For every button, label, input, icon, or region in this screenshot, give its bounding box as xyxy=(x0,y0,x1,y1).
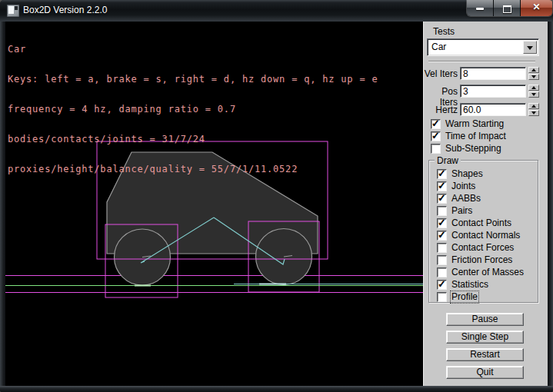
checkbox-label: Pairs xyxy=(451,206,472,216)
tests-dropdown[interactable]: Car xyxy=(427,38,539,56)
hertz-row: Hertz xyxy=(424,103,548,116)
checkbox-label: Contact Forces xyxy=(451,243,514,253)
spin-down-button[interactable] xyxy=(528,91,539,98)
checkbox-label: Profile xyxy=(451,292,478,302)
debug-statistics: Car Keys: left = a, brake = s, right = d… xyxy=(8,25,378,194)
spin-down-button[interactable] xyxy=(528,74,539,80)
hertz-stepper xyxy=(528,103,539,116)
checkbox-box: ✓ xyxy=(437,267,447,277)
pause-button[interactable]: Pause xyxy=(446,313,524,326)
vel-iters-row: Vel Iters xyxy=(424,67,548,80)
title-bar[interactable]: Box2D Version 2.2.0 ✕ xyxy=(0,0,553,22)
keys-help: Keys: left = a, brake = s, right = d, hz… xyxy=(8,75,378,85)
dropdown-button[interactable] xyxy=(523,41,537,54)
frequency-info: frequency = 4 hz, damping ratio = 0.7 xyxy=(8,105,378,115)
spin-up-button[interactable] xyxy=(528,103,539,109)
checkbox-label: Shapes xyxy=(451,169,483,179)
spin-down-button[interactable] xyxy=(528,110,539,116)
caption-buttons: ✕ xyxy=(467,0,552,16)
checkbox-box: ✓ xyxy=(431,119,441,129)
chevron-down-icon xyxy=(527,46,533,50)
vel-iters-label: Vel Iters xyxy=(424,68,458,79)
vel-iters-input[interactable] xyxy=(460,67,526,80)
separator xyxy=(428,61,535,62)
checkbox-label: Joints xyxy=(451,181,475,191)
tests-selected-value: Car xyxy=(431,42,446,52)
checkbox-box: ✓ xyxy=(437,280,447,290)
arrow-down-icon xyxy=(531,111,536,115)
hertz-label: Hertz xyxy=(424,105,458,115)
checkbox-box: ✓ xyxy=(437,292,447,302)
tests-label: Tests xyxy=(433,26,455,37)
maximize-icon xyxy=(503,5,511,13)
window-border-bottom xyxy=(0,386,553,392)
checkbox-label: Time of Impact xyxy=(445,131,506,141)
checkbox-box: ✓ xyxy=(437,231,447,241)
checkbox-box: ✓ xyxy=(437,206,447,216)
draw-group-label: Draw xyxy=(435,155,461,166)
draw-group: Draw ✓ Shapes ✓ Joints ✓ AABBs ✓ Pairs ✓… xyxy=(428,160,538,303)
checkbox-box: ✓ xyxy=(437,181,447,191)
app-window: Box2D Version 2.2.0 ✕ xyxy=(0,0,553,392)
close-icon: ✕ xyxy=(521,2,552,12)
minimize-button[interactable] xyxy=(467,0,494,16)
arrow-down-icon xyxy=(531,75,536,78)
checkbox-label: AABBs xyxy=(451,194,481,204)
spin-up-button[interactable] xyxy=(528,67,539,73)
checkbox-label: Contact Points xyxy=(451,218,511,228)
pos-iters-row: Pos Iters xyxy=(424,85,548,98)
pos-iters-stepper xyxy=(528,85,539,98)
close-button[interactable]: ✕ xyxy=(521,0,552,16)
checkbox-label: Friction Forces xyxy=(451,255,512,265)
checkbox-box: ✓ xyxy=(431,131,441,141)
minimize-icon xyxy=(476,8,484,10)
proxy-stats: proxies/height/balance/quality = 55/7/1/… xyxy=(8,164,378,174)
checkbox-box: ✓ xyxy=(437,194,447,204)
arrow-down-icon xyxy=(531,93,536,96)
arrow-up-icon xyxy=(531,105,536,108)
test-title: Car xyxy=(8,45,378,55)
single-step-button[interactable]: Single Step xyxy=(446,331,524,344)
checkbox-label: Warm Starting xyxy=(445,119,504,129)
checkbox-label: Center of Masses xyxy=(451,267,524,277)
vel-iters-stepper xyxy=(528,67,539,80)
spin-up-button[interactable] xyxy=(528,85,539,91)
maximize-button[interactable] xyxy=(494,0,521,16)
restart-button[interactable]: Restart xyxy=(446,348,524,361)
pos-iters-input[interactable] xyxy=(460,85,526,98)
arrow-up-icon xyxy=(531,86,536,89)
checkbox-box: ✓ xyxy=(437,218,447,228)
checkbox-label: Sub-Stepping xyxy=(445,144,501,154)
window-border-left xyxy=(0,22,5,386)
checkbox-box: ✓ xyxy=(437,169,447,179)
checkbox-box: ✓ xyxy=(437,243,447,253)
hertz-input[interactable] xyxy=(460,103,526,116)
checkbox-label: Contact Normals xyxy=(451,231,520,241)
checkbox-box: ✓ xyxy=(431,144,441,154)
arrow-up-icon xyxy=(531,68,536,71)
quit-button[interactable]: Quit xyxy=(446,366,524,379)
simulation-canvas[interactable]: Car Keys: left = a, brake = s, right = d… xyxy=(5,22,423,386)
body-counts: bodies/contacts/joints = 31/7/24 xyxy=(8,135,378,145)
control-panel: Tests Car Vel Iters Pos Iters Hertz xyxy=(423,22,548,386)
window-border-right xyxy=(548,22,553,386)
window-title: Box2D Version 2.2.0 xyxy=(23,0,107,20)
checkbox-box: ✓ xyxy=(437,255,447,265)
app-icon xyxy=(7,5,19,17)
checkbox-label: Statistics xyxy=(451,280,488,290)
